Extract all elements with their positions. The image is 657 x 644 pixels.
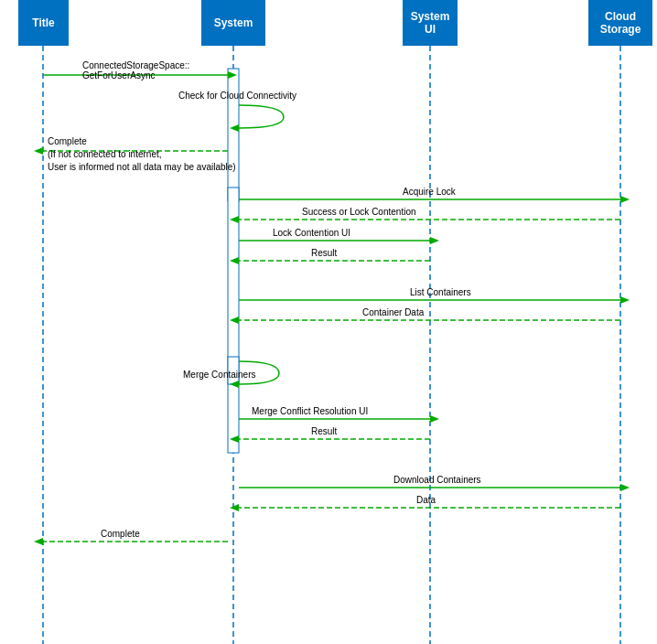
label-m3: Complete(If not connected to internet,Us… [48,135,236,174]
sequence-diagram: Title System System UI Cloud Storage [0,0,657,644]
label-m2: Check for Cloud Connectivity [178,91,296,101]
svg-marker-32 [230,504,239,511]
svg-marker-22 [230,317,239,324]
lifeline-systemui: System UI [403,0,458,46]
lifeline-title: Title [18,0,69,46]
label-m11: Merge Conflict Resolution UI [252,406,368,416]
svg-marker-14 [230,216,239,223]
label-m7: Result [311,248,337,258]
label-m15: Complete [101,529,140,539]
label-m13: Download Containers [393,475,481,485]
label-m4: Acquire Lock [403,187,456,197]
label-m1: ConnectedStorageSpace::GetForUserAsync [82,60,189,80]
svg-marker-18 [230,257,239,264]
svg-marker-34 [34,538,43,545]
svg-marker-8 [230,124,239,132]
label-m9: Container Data [362,307,424,317]
svg-marker-16 [430,237,439,244]
svg-marker-26 [430,415,439,423]
svg-marker-20 [620,296,630,304]
svg-marker-7 [228,71,237,79]
svg-marker-30 [620,484,630,491]
svg-marker-24 [230,381,239,388]
label-m6: Lock Contention UI [273,228,350,238]
arrows-svg [0,0,657,644]
label-m8: List Containers [410,287,471,297]
svg-marker-12 [620,196,630,203]
label-m12: Result [311,426,337,436]
svg-marker-28 [230,435,239,443]
label-m5: Success or Lock Contention [302,207,416,217]
label-m10: Merge Containers [183,370,255,380]
lifeline-system: System [201,0,265,46]
label-m14: Data [416,495,436,505]
lifeline-cloudstorage: Cloud Storage [588,0,652,46]
svg-rect-5 [228,188,239,453]
svg-marker-10 [34,147,43,155]
